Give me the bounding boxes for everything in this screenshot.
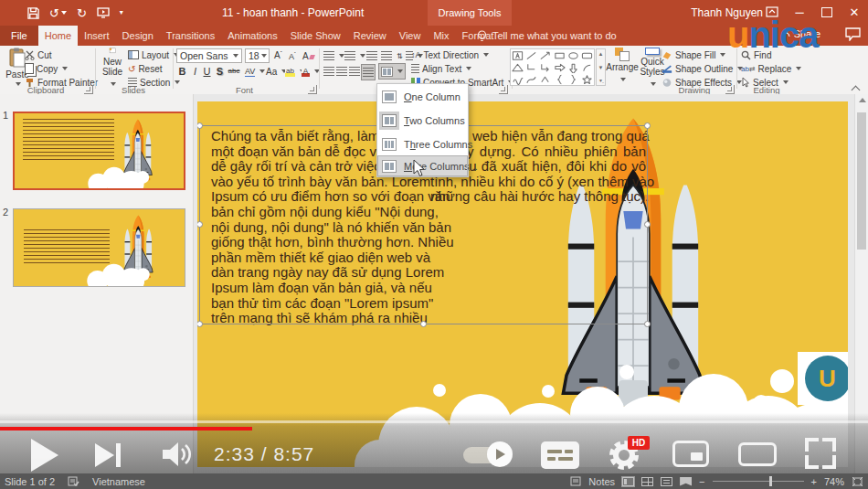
decrease-indent-button[interactable] [366, 49, 377, 62]
arrow-shape-icon[interactable] [539, 50, 551, 61]
zoom-slider-thumb[interactable] [769, 476, 772, 486]
resize-handle[interactable] [197, 221, 203, 228]
zoom-in-button[interactable]: + [811, 476, 817, 487]
shape-fill-button[interactable]: Shape Fill [662, 48, 725, 61]
grow-font-button[interactable]: Aˆ [274, 49, 282, 62]
scrollbar-thumb[interactable] [857, 112, 866, 250]
arrange-button[interactable]: Arrange [609, 48, 636, 88]
brace-left-shape-icon[interactable] [554, 74, 566, 85]
scroll-up-arrow[interactable] [859, 98, 866, 102]
reset-button[interactable]: ↺Reset [128, 62, 163, 75]
close-button[interactable]: ✕ [841, 0, 868, 24]
elbow-arrow-shape-icon[interactable] [539, 62, 551, 73]
align-text-button[interactable]: Align Text [411, 62, 471, 75]
oval-shape-icon[interactable] [567, 50, 579, 61]
shapes-gallery-scroll[interactable]: ▲▼▼̱ [596, 48, 606, 86]
justify-button[interactable] [362, 65, 375, 80]
menu-item-three-columns[interactable]: Three Columns [378, 133, 467, 156]
line-shape-icon[interactable] [525, 50, 537, 61]
layout-button[interactable]: Layout [128, 48, 179, 61]
shape-outline-button[interactable]: Shape Outline [662, 62, 743, 75]
triangle-shape-icon[interactable] [512, 62, 524, 73]
scribble-shape-icon[interactable] [512, 74, 524, 85]
start-slideshow-icon[interactable] [97, 7, 110, 18]
curve-shape-icon[interactable] [525, 74, 537, 85]
paragraph-dialog-launcher[interactable] [499, 85, 508, 94]
tab-slide-show[interactable]: Slide Show [284, 26, 347, 46]
theater-mode-icon[interactable] [738, 442, 777, 466]
bold-button[interactable]: B [175, 64, 189, 78]
undo-icon[interactable]: ↺ [49, 7, 67, 19]
tell-me-box[interactable]: Tell me what you want to do [477, 26, 617, 46]
resize-handle[interactable] [197, 122, 203, 129]
volume-icon[interactable] [161, 441, 194, 472]
tab-home[interactable]: Home [38, 26, 78, 46]
normal-view-button[interactable] [622, 477, 634, 486]
elbow-shape-icon[interactable] [525, 62, 537, 73]
miniplayer-icon[interactable] [672, 441, 709, 467]
zoom-level[interactable]: 74% [824, 476, 844, 487]
tab-design[interactable]: Design [116, 26, 160, 46]
font-color-button[interactable]: A [302, 65, 320, 78]
increase-indent-button[interactable] [381, 49, 392, 62]
align-center-button[interactable] [336, 65, 347, 78]
replace-button[interactable]: ab⇄Replace [741, 62, 801, 75]
character-spacing-button[interactable]: AV [245, 65, 265, 78]
numbering-button[interactable] [344, 49, 365, 62]
text-shadow-button[interactable]: S [213, 64, 227, 78]
fit-slide-icon[interactable] [852, 476, 863, 487]
bullets-button[interactable] [323, 49, 344, 62]
right-arrow-shape-icon[interactable] [554, 62, 566, 73]
zoom-out-button[interactable]: − [699, 476, 704, 487]
save-icon[interactable] [27, 7, 39, 19]
slide-sorter-view-button[interactable] [641, 477, 653, 486]
arc-shape-icon[interactable] [581, 62, 593, 73]
subtitles-icon[interactable] [541, 441, 579, 469]
brace-right-shape-icon[interactable] [567, 74, 579, 85]
font-dialog-launcher[interactable] [308, 85, 317, 94]
down-arrow-shape-icon[interactable] [567, 62, 579, 73]
align-left-button[interactable] [323, 65, 334, 78]
resize-handle[interactable] [197, 321, 203, 327]
tab-view[interactable]: View [393, 26, 428, 46]
slide-thumbnail-1[interactable] [13, 112, 185, 190]
tab-insert[interactable]: Insert [78, 26, 116, 46]
drawing-dialog-launcher[interactable] [725, 85, 735, 94]
slideshow-view-button[interactable] [680, 477, 692, 486]
collapse-ribbon-icon[interactable] [852, 86, 861, 95]
shapes-gallery[interactable] [510, 48, 595, 86]
copy-button[interactable]: Copy [25, 62, 68, 75]
strikethrough-button[interactable]: abc [226, 64, 242, 78]
rounded-rect-shape-icon[interactable] [581, 50, 593, 61]
language-indicator[interactable]: Vietnamese [92, 476, 145, 487]
autoplay-toggle-knob[interactable] [487, 441, 513, 467]
customize-qat-icon[interactable]: ▾ [120, 9, 123, 16]
next-button[interactable] [95, 443, 121, 471]
tab-review[interactable]: Review [347, 26, 393, 46]
rect-shape-icon[interactable] [554, 50, 566, 61]
reading-view-button[interactable] [661, 477, 672, 486]
tab-animations[interactable]: Animations [221, 26, 283, 46]
font-size-combo[interactable]: 18 [245, 48, 270, 63]
shrink-font-button[interactable]: Aˇ [289, 49, 296, 62]
align-right-button[interactable] [349, 65, 360, 78]
cut-button[interactable]: Cut [25, 48, 52, 61]
new-slide-button[interactable]: NewSlide [99, 48, 126, 88]
tab-transitions[interactable]: Transitions [160, 26, 221, 46]
video-progress-track[interactable] [0, 420, 868, 423]
comments-icon[interactable] [845, 27, 861, 45]
play-button[interactable] [31, 439, 58, 472]
menu-item-two-columns[interactable]: Two Columns [378, 109, 467, 133]
menu-item-one-column[interactable]: One Column [378, 85, 467, 109]
slide-thumbnail-2[interactable] [13, 208, 185, 287]
text-direction-button[interactable]: ↕AText Direction [411, 48, 489, 61]
redo-icon[interactable]: ↻ [77, 7, 87, 19]
clear-formatting-button[interactable]: A [302, 49, 314, 62]
font-family-combo[interactable]: Open Sans [176, 48, 242, 63]
fullscreen-icon[interactable] [805, 438, 836, 469]
text-box-shape-icon[interactable] [512, 50, 524, 61]
spellcheck-icon[interactable] [68, 476, 79, 487]
change-case-button[interactable]: Aa [266, 65, 287, 78]
notes-toggle[interactable]: Notes [588, 476, 615, 487]
columns-button[interactable] [379, 64, 405, 79]
